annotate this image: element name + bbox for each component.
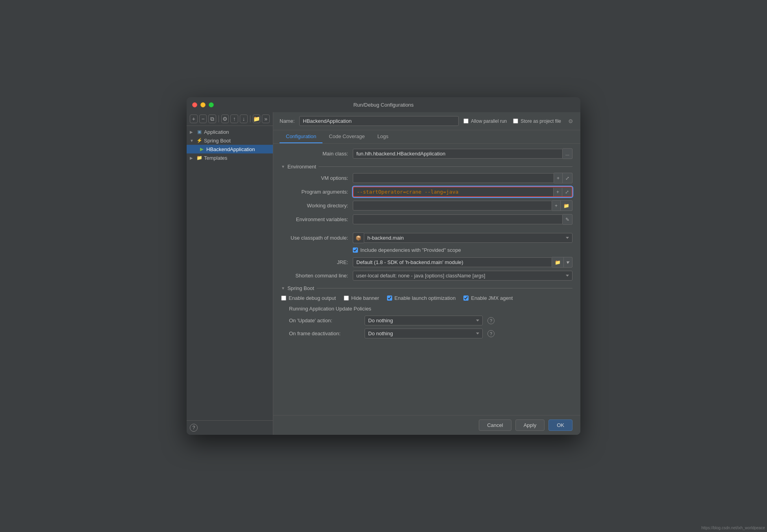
main-class-input[interactable] (353, 149, 563, 159)
env-vars-input[interactable] (353, 214, 563, 224)
move-down-button[interactable]: ↓ (240, 115, 248, 123)
env-vars-row: Environment variables: ✎ (281, 214, 572, 225)
tab-configuration[interactable]: Configuration (280, 130, 322, 143)
gear-button[interactable]: ⚙ (567, 117, 574, 125)
sidebar-item-springboot-label: Spring Boot (204, 138, 231, 144)
enable-debug-checkbox[interactable] (281, 296, 286, 301)
right-panel: Name: Allow parallel run Store as projec… (273, 112, 580, 435)
env-vars-label: Environment variables: (281, 216, 348, 222)
sidebar-item-templates[interactable]: ▶ 📁 Templates (187, 153, 273, 162)
enable-launch-label[interactable]: Enable launch optimization (387, 294, 456, 302)
main-class-browse-button[interactable]: ... (563, 148, 572, 159)
run-icon: ▶ (198, 146, 205, 152)
name-input[interactable] (299, 116, 459, 126)
window-title: Run/Debug Configurations (353, 102, 413, 108)
title-bar: Run/Debug Configurations (187, 97, 580, 112)
traffic-lights (192, 102, 214, 107)
enable-debug-label[interactable]: Enable debug output (281, 294, 336, 302)
springboot-section-label: Spring Boot (287, 285, 314, 291)
tabs-bar: Configuration Code Coverage Logs (273, 130, 580, 144)
more-button[interactable]: » (262, 115, 270, 123)
program-args-input[interactable] (354, 187, 553, 196)
watermark: https://blog.csdn.net/ixh_worldpeace (701, 526, 765, 530)
jre-dropdown-button[interactable]: ▾ (564, 257, 572, 268)
enable-jmx-text: Enable JMX agent (471, 295, 513, 301)
sidebar-item-application[interactable]: ▶ ▣ Application (187, 127, 273, 136)
springboot-options: Enable debug output Hide banner Enable l… (281, 294, 572, 302)
on-update-select[interactable]: Do nothing (365, 316, 483, 325)
environment-arrow: ▼ (281, 164, 285, 169)
enable-launch-checkbox[interactable] (387, 296, 392, 301)
application-icon: ▣ (196, 129, 202, 135)
tree-arrow-application: ▶ (190, 130, 195, 134)
sidebar-item-application-label: Application (204, 129, 229, 135)
tree-arrow-springboot: ▼ (190, 139, 195, 143)
move-up-button[interactable]: ↑ (230, 115, 238, 123)
toolbar-separator (219, 115, 219, 122)
sidebar-item-springboot[interactable]: ▼ ⚡ Spring Boot (187, 136, 273, 145)
working-dir-expand-button[interactable]: + (552, 200, 561, 211)
bottom-bar: Cancel Apply OK (273, 415, 580, 435)
store-project-checkbox[interactable] (513, 118, 518, 124)
ok-button[interactable]: OK (548, 419, 572, 431)
sidebar-item-templates-label: Templates (204, 155, 227, 161)
environment-section-header: ▼ Environment (281, 164, 572, 170)
store-project-checkbox-label[interactable]: Store as project file (513, 118, 561, 124)
hide-banner-checkbox[interactable] (344, 296, 349, 301)
program-args-row: Program arguments: + ⤢ (281, 187, 572, 197)
vm-options-input[interactable] (353, 173, 554, 183)
working-dir-label: Working directory: (281, 203, 348, 209)
add-configuration-button[interactable]: + (190, 115, 198, 123)
enable-jmx-checkbox[interactable] (463, 296, 469, 301)
on-frame-help-icon[interactable]: ? (487, 330, 495, 337)
classpath-label: Use classpath of module: (281, 235, 348, 241)
sidebar: + − ⧉ ⚙ ↑ ↓ 📁 » ▶ ▣ Application (187, 112, 273, 435)
apply-button[interactable]: Apply (515, 419, 545, 431)
vm-options-label: VM options: (281, 175, 348, 181)
springboot-arrow: ▼ (281, 286, 285, 290)
tab-logs[interactable]: Logs (371, 130, 395, 143)
shorten-cmd-select[interactable]: user-local default: none - java [options… (353, 271, 572, 281)
sidebar-item-hbackend[interactable]: ▶ HBackendApplication (187, 145, 273, 153)
hide-banner-text: Hide banner (351, 295, 379, 301)
sidebar-footer: ? (187, 420, 273, 435)
maximize-button[interactable] (209, 102, 214, 107)
enable-jmx-label[interactable]: Enable JMX agent (463, 294, 513, 302)
remove-configuration-button[interactable]: − (199, 115, 207, 123)
close-button[interactable] (192, 102, 197, 107)
name-bar: Name: Allow parallel run Store as projec… (273, 112, 580, 130)
store-project-label: Store as project file (521, 118, 561, 124)
include-deps-checkbox[interactable] (353, 248, 358, 253)
tab-code-coverage[interactable]: Code Coverage (322, 130, 371, 143)
env-vars-edit-button[interactable]: ✎ (563, 214, 572, 225)
working-dir-browse-button[interactable]: 📁 (561, 200, 572, 211)
on-frame-label: On frame deactivation: (289, 331, 360, 336)
environment-line (319, 166, 572, 167)
program-args-fullscreen-button[interactable]: ⤢ (562, 188, 572, 196)
wrench-button[interactable]: ⚙ (221, 115, 229, 123)
program-args-expand-button[interactable]: + (554, 188, 562, 196)
on-update-label: On 'Update' action: (289, 318, 360, 323)
jre-browse-button[interactable]: 📁 (552, 257, 564, 268)
springboot-line (317, 288, 572, 288)
minimize-button[interactable] (200, 102, 206, 107)
on-update-help-icon[interactable]: ? (487, 317, 495, 324)
vm-options-fullscreen-button[interactable]: ⤢ (563, 173, 572, 183)
copy-configuration-button[interactable]: ⧉ (208, 115, 216, 123)
hide-banner-label[interactable]: Hide banner (344, 294, 379, 302)
on-frame-select[interactable]: Do nothing (365, 329, 483, 338)
allow-parallel-checkbox-label[interactable]: Allow parallel run (463, 118, 507, 124)
on-update-row: On 'Update' action: Do nothing ? (289, 316, 572, 325)
include-deps-checkbox-label[interactable]: Include dependencies with "Provided" sco… (353, 246, 461, 254)
folder-button[interactable]: 📁 (253, 115, 261, 123)
vm-options-expand-button[interactable]: + (554, 173, 563, 183)
tree-arrow-templates: ▶ (190, 156, 195, 160)
working-dir-input[interactable] (353, 201, 552, 211)
spacer-1 (281, 228, 572, 233)
cancel-button[interactable]: Cancel (479, 419, 511, 431)
help-button[interactable]: ? (190, 424, 198, 432)
classpath-select[interactable]: h-backend.main (364, 233, 572, 243)
program-args-buttons: + ⤢ (553, 188, 572, 196)
allow-parallel-checkbox[interactable] (463, 118, 469, 124)
jre-input[interactable] (353, 257, 552, 267)
